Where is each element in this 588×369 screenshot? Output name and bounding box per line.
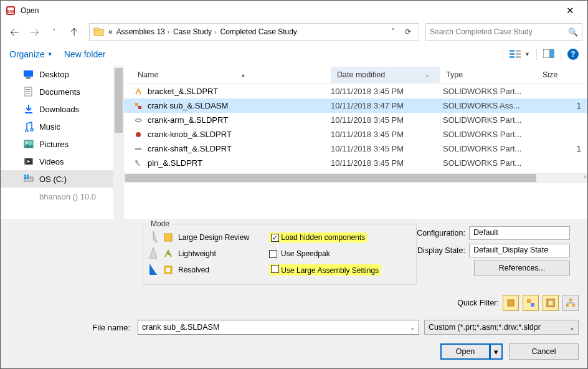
drive-icon: [23, 191, 34, 202]
music-icon: [23, 121, 34, 132]
address-dropdown[interactable]: ˅: [386, 24, 400, 39]
lightweight-icon: [163, 249, 173, 259]
triangle-icon: [149, 231, 158, 244]
filetype-select[interactable]: Custom (*.prt;*.asm;*.drw;*.sldpr⌄: [424, 320, 579, 335]
file-row[interactable]: bracket_&.SLDPRT10/11/2018 3:45 PMSOLIDW…: [124, 84, 587, 98]
refresh-button[interactable]: ⟳: [401, 24, 415, 39]
column-date[interactable]: Date modified⌄: [331, 67, 440, 83]
sidebar-item-os-c[interactable]: OS (C:): [1, 170, 124, 188]
open-dropdown[interactable]: ▾: [490, 343, 503, 360]
configuration-select[interactable]: Default: [469, 226, 570, 240]
svg-rect-28: [24, 177, 26, 179]
display-state-label: Display State:: [409, 246, 469, 255]
crumb-1[interactable]: Assemblies 13›: [116, 27, 169, 36]
search-input[interactable]: Search Completed Case Study 🔍: [425, 23, 582, 41]
svg-rect-40: [527, 299, 531, 303]
resolved-icon: [163, 265, 173, 275]
svg-text:SW: SW: [7, 9, 14, 14]
drive-icon: [23, 173, 34, 184]
svg-rect-9: [516, 53, 521, 55]
svg-rect-18: [26, 93, 31, 93]
file-row[interactable]: crank-arm_&.SLDPRT10/11/2018 3:45 PMSOLI…: [124, 113, 587, 127]
dialog-buttons: Open ▾ Cancel: [9, 343, 579, 360]
forward-button[interactable]: 🡢: [26, 24, 43, 40]
file-row[interactable]: pin_&.SLDPRT10/11/2018 3:45 PMSOLIDWORKS…: [124, 156, 587, 170]
mode-option-ldr[interactable]: Large Design Review: [178, 233, 249, 242]
view-mode-icon[interactable]: [510, 49, 521, 60]
horizontal-scrollbar[interactable]: ›: [124, 173, 587, 183]
new-folder-button[interactable]: New folder: [64, 49, 106, 59]
crumb-3[interactable]: Completed Case Study: [220, 27, 296, 36]
svg-rect-14: [26, 77, 31, 79]
filter-assemblies-button[interactable]: [523, 295, 539, 311]
display-state-select[interactable]: Default_Display State: [469, 244, 570, 257]
chevron-right-icon: ›: [168, 29, 169, 36]
file-row[interactable]: crank-shaft_&.SLDPRT10/11/2018 3:45 PMSO…: [124, 141, 587, 156]
sidebar-item-documents[interactable]: Documents: [1, 83, 124, 100]
organize-button[interactable]: Organize ▼: [9, 49, 53, 59]
nav-bar: 🡠 🡢 ˅ 🡡 « Assemblies 13› Case Study› Com…: [1, 21, 587, 43]
svg-rect-17: [26, 91, 31, 92]
part-icon: [131, 116, 145, 125]
app-icon: SW: [6, 6, 16, 16]
view-dropdown[interactable]: ▼: [524, 51, 530, 57]
sidebar-item-network[interactable]: bhanson () 10.0: [1, 188, 124, 205]
cancel-button[interactable]: Cancel: [509, 343, 579, 360]
sidebar-item-pictures[interactable]: Pictures: [1, 135, 124, 153]
svg-rect-8: [516, 50, 521, 52]
chevron-down-icon: ⌄: [569, 324, 574, 331]
back-button[interactable]: 🡠: [6, 24, 23, 40]
file-row-selected[interactable]: crank sub_&.SLDASM10/11/2018 3:47 PMSOLI…: [124, 98, 587, 113]
sidebar-scrollbar[interactable]: [113, 65, 124, 219]
toolbar: Organize ▼ New folder ▼ ?: [1, 43, 587, 65]
filename-input[interactable]: crank sub_&.SLDASM⌄: [138, 320, 419, 335]
recent-dropdown[interactable]: ˅: [45, 24, 63, 40]
open-dialog: SW Open ✕ 🡠 🡢 ˅ 🡡 « Assemblies 13› Case …: [0, 0, 588, 369]
filter-drawings-button[interactable]: [543, 295, 559, 311]
up-button[interactable]: 🡡: [65, 24, 83, 40]
svg-rect-23: [24, 158, 26, 165]
sidebar-item-music[interactable]: Music: [1, 118, 124, 135]
column-size[interactable]: Size: [536, 67, 561, 83]
checkbox-load-hidden[interactable]: ✓: [271, 234, 279, 242]
crumb-2[interactable]: Case Study›: [173, 27, 216, 36]
svg-rect-31: [138, 106, 141, 109]
preview-pane-icon[interactable]: [543, 49, 554, 60]
downloads-icon: [23, 103, 34, 115]
address-bar[interactable]: « Assemblies 13› Case Study› Completed C…: [89, 23, 419, 41]
svg-rect-46: [572, 304, 575, 307]
svg-rect-11: [543, 49, 549, 58]
checkbox-large-assembly[interactable]: [271, 265, 279, 273]
sidebar-item-videos[interactable]: Videos: [1, 153, 124, 170]
column-headers: Name▴ Date modified⌄ Type Size: [124, 65, 587, 84]
filter-toplevel-button[interactable]: [562, 295, 579, 311]
svg-point-21: [26, 142, 28, 144]
sidebar-item-desktop[interactable]: Desktop: [1, 65, 124, 83]
svg-rect-35: [136, 162, 140, 166]
sidebar-item-downloads[interactable]: Downloads: [1, 100, 124, 118]
file-row[interactable]: crank-knob_&.SLDPRT10/11/2018 3:45 PMSOL…: [124, 127, 587, 141]
videos-icon: [23, 156, 34, 167]
column-name[interactable]: Name▴: [131, 67, 331, 83]
mode-legend: Mode: [148, 219, 172, 228]
references-button[interactable]: References...: [474, 261, 570, 276]
svg-rect-10: [516, 56, 521, 58]
svg-rect-24: [32, 158, 33, 165]
svg-rect-45: [566, 304, 569, 307]
close-button[interactable]: ✕: [557, 2, 582, 19]
svg-rect-5: [510, 50, 514, 52]
svg-rect-41: [531, 303, 534, 307]
file-list-area: Name▴ Date modified⌄ Type Size bracket_&…: [124, 65, 587, 219]
checkbox-speedpak[interactable]: [269, 250, 277, 258]
svg-rect-4: [94, 28, 98, 31]
crumb-root[interactable]: «: [108, 27, 113, 36]
filter-parts-button[interactable]: [503, 295, 519, 311]
filename-row: File name: crank sub_&.SLDASM⌄ Custom (*…: [9, 320, 579, 335]
mode-option-lightweight[interactable]: Lightweight: [178, 249, 216, 258]
column-type[interactable]: Type: [440, 67, 536, 83]
part-icon: [131, 87, 145, 96]
mode-option-resolved[interactable]: Resolved: [178, 266, 209, 274]
help-button[interactable]: ?: [567, 49, 579, 60]
open-button[interactable]: Open: [440, 343, 490, 360]
svg-rect-13: [24, 70, 33, 77]
